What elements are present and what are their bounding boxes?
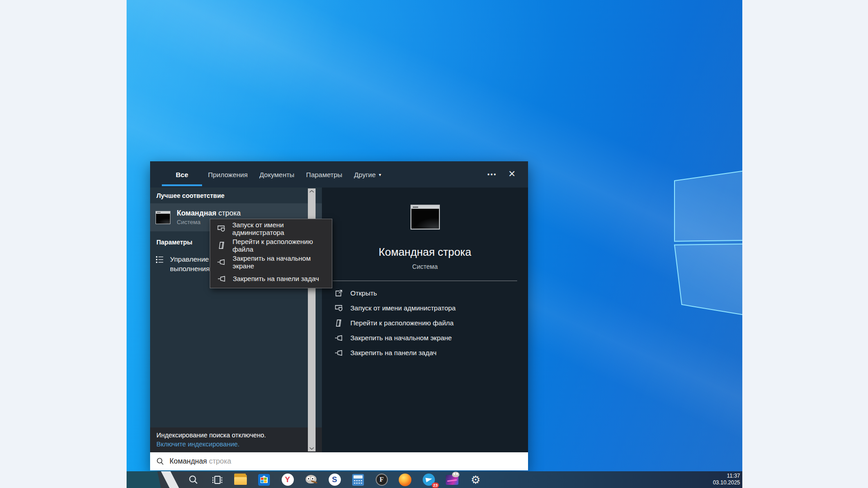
taskbar-search-button[interactable] [184,471,203,488]
yandex-browser-button[interactable]: Y [278,471,297,488]
file-location-icon [334,319,343,327]
tab-documents[interactable]: Документы [254,161,300,188]
taskbar-clock[interactable]: 11:37 03.10.2025 [713,473,740,486]
task-view-button[interactable] [208,471,226,488]
pin-start-icon [217,258,226,266]
list-settings-icon [155,254,165,264]
context-file-location[interactable]: Перейти к расположению файла [210,237,332,253]
tab-apps[interactable]: Приложения [202,161,254,188]
tab-settings[interactable]: Параметры [300,161,348,188]
windows-logo [671,163,742,321]
context-pin-start[interactable]: Закрепить на начальном экране [210,253,332,270]
best-match-header: Лучшее соответствие [150,188,322,203]
action-pin-taskbar-label: Закрепить на панели задач [350,349,437,357]
scroll-down-icon[interactable] [309,447,314,450]
settings-item-text: Управление выполнения [170,254,210,273]
settings-item-line1: Управление [170,254,210,264]
search-tab-bar: Все Приложения Документы Параметры Други… [150,161,528,188]
search-icon [188,474,199,485]
preview-actions: Открыть Запуск от имени администратора П… [322,286,528,360]
yandex-browser-icon: Y [282,474,294,486]
action-run-as-admin-label: Запуск от имени администратора [350,304,456,312]
action-file-location[interactable]: Перейти к расположению файла [322,315,528,330]
telegram-unread-badge: 23 [432,483,439,488]
search-typed-text: Командная [170,457,207,465]
action-pin-start-label: Закрепить на начальном экране [350,334,452,342]
file-location-icon [217,241,226,249]
taskbar: Y S F 23 [127,471,742,488]
start-button-shape [127,471,163,488]
run-as-admin-icon [334,304,343,312]
chevron-down-icon: ▾ [379,172,381,177]
run-as-admin-icon [217,225,226,233]
action-file-location-label: Перейти к расположению файла [350,319,453,327]
context-pin-taskbar-label: Закрепить на панели задач [233,275,319,282]
pin-taskbar-icon [334,349,343,357]
search-suggestion-text: строка [207,457,231,465]
pin-start-icon [334,334,343,342]
context-file-location-label: Перейти к расположению файла [232,238,332,253]
settings-item-line2: выполнения [170,264,210,273]
action-open-label: Открыть [350,289,377,297]
pin-taskbar-icon [217,275,226,282]
firefox-button[interactable] [396,471,414,488]
gimp-icon [305,474,317,486]
cmd-icon [156,211,170,224]
start-button[interactable] [127,471,181,488]
cmd-icon-large [410,205,440,230]
task-view-icon [212,475,222,485]
microsoft-store-icon [258,474,270,486]
s-app-button[interactable]: S [326,471,344,488]
context-menu: Запуск от имени администратора Перейти к… [210,219,332,288]
action-pin-start[interactable]: Закрепить на начальном экране [322,330,528,345]
s-app-icon: S [329,474,341,486]
screen: Все Приложения Документы Параметры Други… [0,0,868,488]
preview-subtitle: Система [412,263,438,270]
image-file-icon [446,475,458,485]
close-button[interactable]: × [506,169,518,180]
f-app-icon: F [376,474,388,486]
indexing-status-text: Индексирование поиска отключено. [156,432,322,439]
preview-panel: Командная строка Система Открыть З [322,188,528,452]
context-run-as-admin-label: Запуск от имени администратора [232,221,332,236]
file-explorer-icon [234,475,247,485]
search-window-body: Лучшее соответствие Командная строка Сис… [150,188,528,452]
calculator-button[interactable] [349,471,367,488]
context-run-as-admin[interactable]: Запуск от имени администратора [210,220,332,237]
f-app-button[interactable]: F [373,471,391,488]
action-open[interactable]: Открыть [322,286,528,300]
context-pin-taskbar[interactable]: Закрепить на панели задач [210,270,332,287]
best-match-title-bold: Командная [177,209,217,217]
action-pin-taskbar[interactable]: Закрепить на панели задач [322,345,528,360]
indexing-status-footer: Индексирование поиска отключено. Включит… [150,427,322,452]
gear-icon: ⚙ [471,474,481,485]
telegram-button[interactable]: 23 [420,471,438,488]
firefox-icon [399,474,411,486]
context-pin-start-label: Закрепить на начальном экране [233,254,332,270]
best-match-title-rest: строка [217,209,241,217]
search-icon [156,457,164,465]
search-input[interactable]: Командная строка [150,452,528,470]
scroll-up-icon[interactable] [309,190,314,193]
enable-indexing-link[interactable]: Включите индексирование. [156,441,322,448]
calculator-icon [352,474,364,486]
microsoft-store-button[interactable] [255,471,273,488]
tab-all[interactable]: Все [162,161,202,188]
settings-button[interactable]: ⚙ [467,471,485,488]
file-explorer-button[interactable] [231,471,250,488]
tab-more-filters[interactable]: Другие ▾ [348,161,387,188]
action-run-as-admin[interactable]: Запуск от имени администратора [322,300,528,315]
more-options-button[interactable]: ••• [485,169,500,180]
image-editor-button[interactable] [443,471,461,488]
gimp-button[interactable] [302,471,320,488]
tab-more-label: Другие [354,171,376,178]
clock-date: 03.10.2025 [713,479,740,486]
clock-time: 11:37 [713,473,740,479]
search-flyout-window: Все Приложения Документы Параметры Други… [150,161,528,470]
preview-title: Командная строка [379,246,472,258]
open-icon [334,289,343,297]
divider [333,281,517,281]
